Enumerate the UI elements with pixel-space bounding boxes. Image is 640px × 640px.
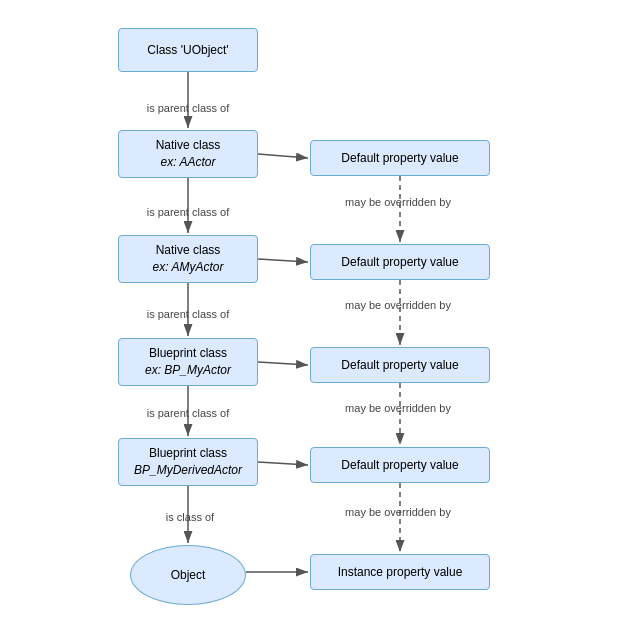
node-blueprint2: Blueprint class BP_MyDerivedActor	[118, 438, 258, 486]
svg-line-7	[258, 154, 308, 158]
prop-box-4-label: Default property value	[341, 458, 458, 472]
node-native2: Native class ex: AMyActor	[118, 235, 258, 283]
arrows-svg	[0, 0, 640, 640]
prop-box-4: Default property value	[310, 447, 490, 483]
node-uobject-label: Class 'UObject'	[147, 42, 228, 59]
svg-line-10	[258, 462, 308, 465]
left-label-2: is parent class of	[133, 206, 243, 218]
node-uobject: Class 'UObject'	[118, 28, 258, 72]
node-native2-label1: Native class	[156, 242, 221, 259]
node-blueprint2-label2: BP_MyDerivedActor	[134, 462, 242, 479]
node-object: Object	[130, 545, 246, 605]
prop-box-1: Default property value	[310, 140, 490, 176]
node-blueprint1-label2: ex: BP_MyActor	[145, 362, 231, 379]
left-label-3: is parent class of	[133, 308, 243, 320]
svg-line-8	[258, 259, 308, 262]
prop-box-3: Default property value	[310, 347, 490, 383]
prop-box-3-label: Default property value	[341, 358, 458, 372]
diagram-container: Class 'UObject' Native class ex: AActor …	[0, 0, 640, 640]
prop-box-5-label: Instance property value	[338, 565, 463, 579]
node-blueprint1: Blueprint class ex: BP_MyActor	[118, 338, 258, 386]
right-label-1: may be overridden by	[318, 196, 478, 208]
node-blueprint2-label1: Blueprint class	[149, 445, 227, 462]
left-label-1: is parent class of	[133, 102, 243, 114]
node-native1-label1: Native class	[156, 137, 221, 154]
node-native1: Native class ex: AActor	[118, 130, 258, 178]
node-object-label: Object	[171, 567, 206, 584]
node-native1-label2: ex: AActor	[161, 154, 216, 171]
prop-box-5: Instance property value	[310, 554, 490, 590]
prop-box-2-label: Default property value	[341, 255, 458, 269]
svg-line-9	[258, 362, 308, 365]
right-label-3: may be overridden by	[318, 402, 478, 414]
right-label-4: may be overridden by	[318, 506, 478, 518]
right-label-2: may be overridden by	[318, 299, 478, 311]
left-label-5: is class of	[148, 511, 232, 523]
left-label-4: is parent class of	[133, 407, 243, 419]
node-blueprint1-label1: Blueprint class	[149, 345, 227, 362]
prop-box-1-label: Default property value	[341, 151, 458, 165]
prop-box-2: Default property value	[310, 244, 490, 280]
node-native2-label2: ex: AMyActor	[153, 259, 224, 276]
